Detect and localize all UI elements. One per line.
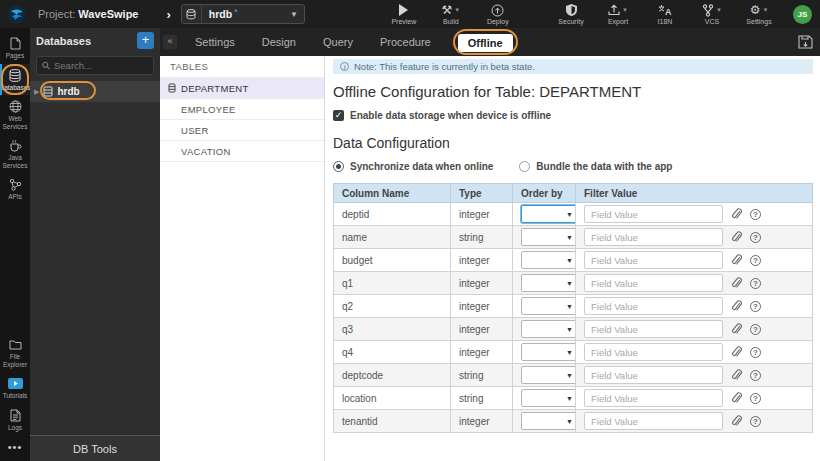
link-variable-button[interactable] [731, 392, 742, 404]
tables-panel-title: TABLES [160, 56, 324, 78]
db-tools-button[interactable]: DB Tools [30, 435, 160, 461]
sidebar-item-tutorials[interactable]: Tutorials [0, 372, 30, 404]
database-selector-dropdown[interactable]: hrdb * ▼ [181, 4, 305, 24]
order-by-select[interactable]: ▼ [521, 274, 576, 292]
filter-value-input[interactable] [584, 205, 723, 223]
filter-value-input[interactable] [584, 251, 723, 269]
sidebar-item-java-services[interactable]: Java Services [0, 134, 30, 173]
help-button[interactable]: ? [750, 209, 761, 220]
order-by-select[interactable]: ▼ [521, 228, 576, 246]
shield-icon [566, 4, 577, 17]
link-variable-button[interactable] [731, 254, 742, 266]
sidebar-item-apis[interactable]: APIs [0, 173, 30, 205]
order-by-select[interactable]: ▼ [521, 320, 576, 338]
filter-value-input[interactable] [584, 343, 723, 361]
tab-offline[interactable]: Offline [458, 34, 513, 52]
column-type-cell: integer [451, 203, 513, 226]
table-item-department[interactable]: DEPARTMENT [160, 78, 324, 99]
link-variable-button[interactable] [731, 231, 742, 243]
link-variable-button[interactable] [731, 369, 742, 381]
order-by-select[interactable]: ▼ [521, 366, 576, 384]
i18n-button[interactable]: A I18N [648, 4, 682, 25]
radio-selected-icon[interactable] [333, 161, 344, 172]
filter-value-input[interactable] [584, 389, 723, 407]
database-search-box[interactable] [36, 56, 154, 75]
filter-value-input[interactable] [584, 412, 723, 430]
question-mark-icon: ? [750, 370, 761, 381]
order-by-select[interactable]: ▼ [521, 251, 576, 269]
link-variable-button[interactable] [731, 277, 742, 289]
radio-unselected-icon[interactable] [519, 161, 530, 172]
tab-settings[interactable]: Settings [195, 36, 235, 48]
enable-offline-checkbox-row[interactable]: ✓ Enable data storage when device is off… [333, 110, 820, 121]
link-variable-button[interactable] [731, 208, 742, 220]
sidebar-item-logs[interactable]: Logs [0, 404, 30, 436]
link-variable-button[interactable] [731, 323, 742, 335]
column-type-cell: integer [451, 249, 513, 272]
preview-button[interactable]: Preview [387, 4, 421, 25]
svg-text:A: A [665, 7, 672, 16]
table-item-label: EMPLOYEE [181, 104, 236, 115]
help-button[interactable]: ? [750, 393, 761, 404]
export-db-button[interactable] [798, 34, 813, 50]
database-tree-item-hrdb[interactable]: ▶ hrdb [30, 81, 160, 102]
database-search-input[interactable] [54, 60, 148, 71]
help-button[interactable]: ? [750, 324, 761, 335]
build-button[interactable]: ⚒▼ Build [434, 4, 468, 25]
help-button[interactable]: ? [750, 232, 761, 243]
left-icon-rail: Pages Databases Web Services Java Servic… [0, 28, 30, 461]
filter-value-input[interactable] [584, 366, 723, 384]
order-by-select[interactable]: ▼ [521, 297, 576, 315]
add-database-button[interactable]: + [137, 32, 154, 49]
tab-design[interactable]: Design [262, 36, 296, 48]
filter-value-input[interactable] [584, 228, 723, 246]
help-button[interactable]: ? [750, 416, 761, 427]
order-by-select[interactable]: ▼ [521, 412, 576, 430]
security-button[interactable]: Security [554, 4, 588, 25]
table-row: q3 integer ▼ ? [334, 318, 813, 341]
link-variable-button[interactable] [731, 415, 742, 427]
tab-procedure[interactable]: Procedure [380, 36, 431, 48]
branch-icon: ▼ [702, 4, 722, 17]
filter-value-input[interactable] [584, 320, 723, 338]
sidebar-item-web-services[interactable]: Web Services [0, 95, 30, 134]
chevron-down-icon: ▼ [566, 418, 573, 425]
deploy-button[interactable]: Deploy [481, 4, 515, 25]
user-avatar[interactable]: JS [793, 5, 812, 24]
offline-table-body: deptid integer ▼ ? name string ▼ [334, 203, 813, 433]
table-item-user[interactable]: USER [160, 120, 324, 141]
help-button[interactable]: ? [750, 347, 761, 358]
order-by-select[interactable]: ▼ [521, 343, 576, 361]
help-button[interactable]: ? [750, 301, 761, 312]
sidebar-item-databases[interactable]: Databases [0, 64, 30, 96]
vcs-button[interactable]: ▼ VCS [695, 4, 729, 25]
help-button[interactable]: ? [750, 278, 761, 289]
table-item-vacation[interactable]: VACATION [160, 141, 324, 162]
checkbox-checked-icon[interactable]: ✓ [333, 110, 344, 121]
order-by-select[interactable]: ▼ [521, 205, 576, 223]
filter-value-input[interactable] [584, 274, 723, 292]
help-button[interactable]: ? [750, 255, 761, 266]
more-options-button[interactable]: ••• [0, 435, 30, 461]
databases-panel-empty-space [30, 102, 160, 435]
radio-synchronize-online[interactable]: Synchronize data when online [333, 161, 493, 172]
help-button[interactable]: ? [750, 370, 761, 381]
radio-bundle-with-app[interactable]: Bundle the data with the app [519, 161, 672, 172]
collapse-panel-button[interactable]: « [163, 35, 177, 49]
tab-query[interactable]: Query [323, 36, 353, 48]
sidebar-item-pages[interactable]: Pages [0, 32, 30, 64]
link-variable-button[interactable] [731, 300, 742, 312]
order-by-select[interactable]: ▼ [521, 389, 576, 407]
column-name-cell: q3 [334, 318, 451, 341]
filter-value-cell: ? [576, 226, 813, 249]
link-variable-button[interactable] [731, 346, 742, 358]
tree-expander-icon[interactable]: ▶ [34, 88, 39, 96]
table-item-employee[interactable]: EMPLOYEE [160, 99, 324, 120]
filter-value-input[interactable] [584, 297, 723, 315]
export-button[interactable]: ▼ Export [601, 4, 635, 25]
settings-button[interactable]: ⚙▼ Settings [742, 4, 776, 25]
order-by-cell: ▼ [513, 226, 576, 249]
sidebar-item-file-explorer[interactable]: File Explorer [0, 333, 30, 372]
question-mark-icon: ? [750, 278, 761, 289]
selected-database-name: hrdb [209, 8, 232, 20]
